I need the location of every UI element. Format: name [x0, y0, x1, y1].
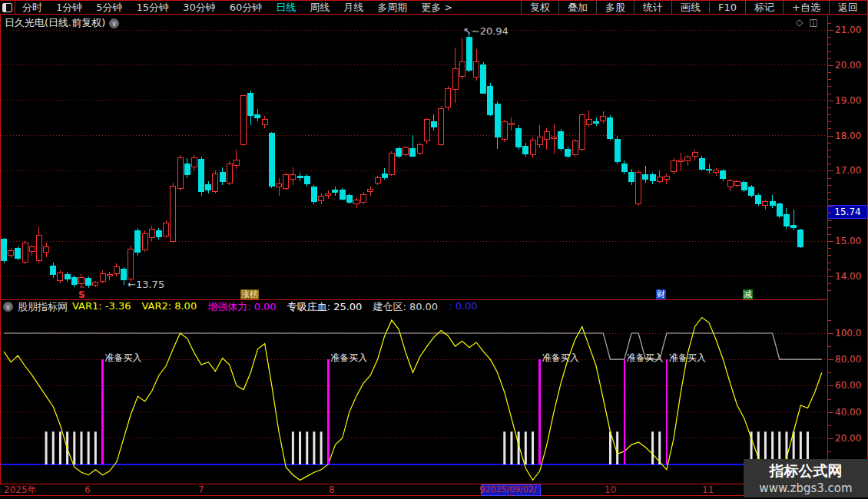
period-menu-item[interactable]: 周线 — [303, 1, 336, 15]
price-axis-tick — [828, 143, 831, 144]
month-label: 8 — [329, 484, 335, 495]
price-axis-tick — [828, 51, 831, 52]
price-axis-tick — [828, 269, 831, 270]
price-axis-tick — [828, 227, 831, 228]
title-bar: 日久光电(日线.前复权) ∨ — [5, 16, 119, 30]
indicator-axis-tick — [828, 451, 831, 452]
price-axis-label: 15.00 — [835, 236, 861, 246]
price-axis-tick — [828, 170, 833, 171]
price-axis-tick — [828, 255, 831, 256]
last-price-badge: 15.74 — [828, 205, 867, 219]
event-marker-blue: 财 — [656, 289, 666, 299]
chart-corner-icon[interactable]: ◫ — [809, 17, 817, 28]
price-axis-tick — [828, 114, 831, 115]
month-label: 11 — [702, 484, 714, 495]
x-axis: 2025年 2025/09/02/二 67891011 — [0, 484, 827, 495]
month-label: 7 — [198, 484, 204, 495]
price-axis-tick — [828, 107, 831, 108]
indicator-header: ∨ 股朋指标网 VAR1: -3.36VAR2: 8.00增强体力: 0.00专… — [3, 301, 478, 312]
period-menu-item[interactable]: 1分钟 — [49, 1, 89, 15]
month-label: 6 — [84, 484, 91, 495]
period-menu-item[interactable]: 更多 > — [414, 1, 459, 15]
indicator-axis-tick — [828, 359, 833, 360]
period-menu-item[interactable]: 月线 — [336, 1, 370, 15]
price-axis-tick — [828, 150, 831, 150]
period-menu-item[interactable]: 60分钟 — [223, 1, 270, 15]
price-axis-tick — [828, 30, 833, 31]
price-axis-tick — [828, 283, 831, 284]
price-axis-tick — [828, 79, 831, 80]
period-menu-item[interactable]: 30分钟 — [176, 1, 223, 15]
year-label: 2025年 — [4, 484, 37, 495]
indicator-var: VAR2: 8.00 — [141, 300, 197, 314]
top-toolbar: 分时1分钟5分钟15分钟30分钟60分钟日线周线月线多周期更多 > 复权叠加多股… — [0, 0, 866, 15]
price-axis-tick — [828, 94, 831, 94]
tools-menu-item[interactable]: 统计 — [634, 1, 671, 15]
yellow-line — [4, 317, 822, 484]
price-axis-label: 21.00 — [835, 25, 861, 35]
chart-corner-icon[interactable]: ◇ — [796, 17, 803, 28]
tools-menu-item[interactable]: +自选 — [783, 1, 829, 15]
indicator-gridlines — [1, 333, 827, 438]
selected-date-box: 2025/09/02/二 — [481, 484, 541, 496]
instrument-title: 日久光电(日线.前复权) — [5, 16, 105, 30]
price-axis-label: 18.00 — [835, 131, 861, 141]
price-axis-tick — [828, 241, 833, 242]
period-menu: 分时1分钟5分钟15分钟30分钟60分钟日线周线月线多周期更多 > — [15, 1, 459, 14]
month-label: 10 — [605, 484, 616, 495]
indicator-name: 股朋指标网 — [18, 300, 68, 314]
price-axis-tick — [828, 276, 833, 277]
period-menu-item[interactable]: 分时 — [15, 1, 49, 15]
indicator-collapse-icon[interactable]: ∨ — [3, 302, 13, 312]
indicator-axis-tick — [828, 372, 831, 373]
price-axis-tick — [828, 58, 831, 59]
low-annotation: ←13.75 — [128, 279, 164, 290]
buy-signal-label: 准备买入 — [330, 352, 367, 365]
price-axis-tick — [828, 101, 833, 101]
buy-signal-label: 准备买入 — [542, 352, 579, 365]
period-menu-item[interactable]: 15分钟 — [130, 1, 177, 15]
price-axis-tick — [828, 72, 831, 73]
price-axis-tick — [828, 185, 831, 186]
price-axis-tick — [828, 121, 831, 122]
indicator-axis-tick — [828, 385, 833, 386]
tools-menu-item[interactable]: 叠加 — [558, 1, 596, 15]
tools-menu-item[interactable]: 返回 — [829, 1, 866, 15]
indicator-var: VAR1: -3.36 — [72, 300, 131, 314]
tools-menu: 复权叠加多股统计画线F10标记+自选返回 — [521, 1, 866, 14]
price-axis-tick — [828, 86, 831, 87]
tools-menu-item[interactable]: 多股 — [596, 1, 634, 15]
buy-signal-label: 准备买入 — [627, 352, 664, 365]
indicator-axis-tick — [828, 346, 831, 347]
chart-canvas — [0, 0, 868, 499]
indicator-axis-tick — [828, 412, 833, 413]
price-axis-tick — [828, 248, 831, 249]
indicator-bars — [45, 431, 809, 464]
indicator-axis-tick — [828, 333, 833, 334]
tools-menu-item[interactable]: 标记 — [745, 1, 783, 15]
watermark-title: 指标公式网 — [744, 461, 868, 481]
indicator-axis-tick — [828, 425, 831, 426]
indicator-axis-tick — [828, 438, 833, 439]
bottom-cut-row — [0, 496, 868, 499]
period-menu-item[interactable]: 5分钟 — [89, 1, 129, 15]
price-axis-tick — [828, 290, 831, 291]
indicator-axis-tick — [828, 399, 831, 400]
tools-menu-item[interactable]: 复权 — [521, 1, 558, 15]
chevron-down-icon[interactable]: ∨ — [109, 18, 119, 28]
price-axis-tick — [828, 263, 831, 263]
candles — [2, 32, 803, 288]
tdx-window: 分时1分钟5分钟15分钟30分钟60分钟日线周线月线多周期更多 > 复权叠加多股… — [0, 0, 868, 499]
tools-menu-item[interactable]: F10 — [709, 2, 745, 13]
tools-menu-item[interactable]: 画线 — [671, 1, 709, 15]
indicator-var: 建仓区: 80.00 — [373, 300, 438, 314]
period-menu-item[interactable]: 多周期 — [370, 1, 414, 15]
price-axis-tick — [828, 23, 831, 24]
high-annotation: ↖~20.94 — [463, 25, 509, 37]
price-axis-tick — [828, 199, 831, 200]
period-menu-item[interactable]: 日线 — [269, 1, 303, 15]
price-axis-tick — [828, 128, 831, 129]
window-icon[interactable] — [0, 1, 15, 14]
price-axis-tick — [828, 213, 831, 213]
price-axis-tick — [828, 178, 831, 179]
